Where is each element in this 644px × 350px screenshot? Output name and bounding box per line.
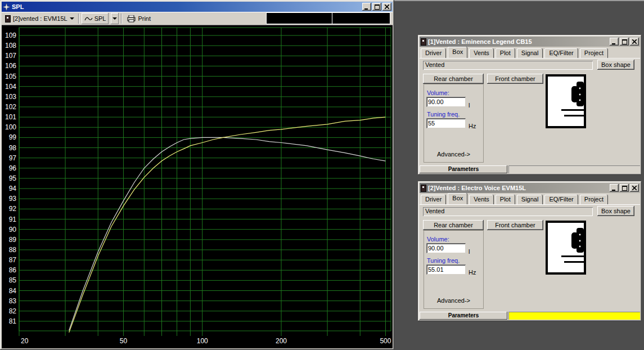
driver-icon [421, 185, 426, 192]
tab-plot[interactable]: Plot [496, 195, 515, 204]
svg-text:100: 100 [197, 337, 208, 345]
tab-eq-filter[interactable]: EQ/Filter [544, 195, 578, 204]
volume-input[interactable] [426, 243, 466, 253]
minimize-button[interactable] [610, 38, 619, 46]
parameters-button[interactable]: Parameters [420, 165, 507, 173]
tab-project[interactable]: Project [580, 48, 608, 58]
rear-chamber-button[interactable]: Rear chamber [423, 220, 484, 230]
driver2-box-tab-content: Vented Box shape Rear chamber Front cham… [420, 204, 640, 312]
driver1-status-row: Parameters [420, 165, 640, 173]
svg-text:83: 83 [9, 297, 17, 305]
spl-title-bar[interactable]: SPL [2, 2, 393, 12]
svg-text:92: 92 [9, 205, 17, 213]
tuning-freq-unit: Hz [469, 269, 476, 276]
vent-port-lines [561, 255, 584, 257]
tab-driver[interactable]: Driver [421, 48, 446, 58]
tab-project[interactable]: Project [580, 195, 608, 204]
minimize-button[interactable] [362, 3, 371, 11]
status-bar-progress [508, 312, 640, 320]
svg-text:95: 95 [9, 174, 17, 182]
svg-text:106: 106 [5, 62, 16, 70]
status-bar [508, 165, 640, 173]
volume-input[interactable] [426, 97, 466, 107]
close-button[interactable] [382, 3, 391, 11]
svg-text:84: 84 [9, 287, 17, 295]
maximize-icon [622, 186, 627, 191]
svg-text:500: 500 [380, 337, 391, 345]
close-button[interactable] [630, 184, 639, 192]
driver2-tab-strip: Driver Box Vents Plot Signal EQ/Filter P… [420, 193, 640, 204]
tuning-freq-label: Tuning freq. [427, 257, 460, 264]
chevron-down-icon [70, 17, 74, 20]
tab-vents[interactable]: Vents [469, 48, 494, 58]
curve-readout-box-2 [332, 12, 390, 24]
svg-text:100: 100 [5, 123, 16, 131]
svg-text:81: 81 [9, 317, 17, 325]
plot-window-icon [3, 3, 10, 11]
vent-port-lines [561, 109, 584, 111]
svg-text:109: 109 [5, 32, 16, 39]
driver2-window-title: [2]Vented : Electro Voice EVM15L [428, 185, 608, 191]
maximize-button[interactable] [620, 38, 629, 46]
svg-text:102: 102 [5, 103, 16, 111]
svg-text:89: 89 [9, 236, 17, 244]
tab-eq-filter[interactable]: EQ/Filter [544, 48, 578, 58]
tab-signal[interactable]: Signal [517, 195, 543, 204]
tuning-freq-input[interactable] [426, 264, 466, 275]
maximize-button[interactable] [372, 3, 381, 11]
sine-wave-icon [84, 16, 93, 22]
volume-label: Volume: [427, 89, 449, 96]
advanced-button[interactable]: Advanced-> [424, 151, 483, 158]
close-button[interactable] [630, 38, 639, 46]
svg-text:20: 20 [21, 337, 29, 345]
driver-selector-dropdown[interactable]: [2]vented : EVM15L [3, 13, 76, 24]
driver1-title-bar[interactable]: [1]Vented : Eminence Legend CB15 [420, 37, 640, 47]
driver1-box-tab-content: Vented Box shape Rear chamber Front cham… [420, 58, 640, 165]
tab-signal[interactable]: Signal [517, 48, 543, 58]
maximize-button[interactable] [620, 184, 629, 192]
curve-readout-panel [266, 12, 390, 24]
driver-icon [5, 15, 11, 23]
volume-label: Volume: [427, 236, 449, 243]
toolbar-separator [78, 14, 79, 24]
box-shape-button[interactable]: Box shape [597, 60, 634, 70]
svg-text:93: 93 [9, 195, 17, 203]
tab-driver[interactable]: Driver [421, 195, 446, 204]
print-button[interactable]: Print [124, 13, 154, 24]
box-shape-button[interactable]: Box shape [597, 206, 634, 216]
front-chamber-button[interactable]: Front chamber [487, 74, 543, 84]
close-icon [632, 186, 637, 190]
spl-window-title: SPL [12, 3, 361, 10]
svg-text:86: 86 [9, 266, 17, 274]
curve-readout-box-1 [266, 12, 332, 24]
svg-text:87: 87 [9, 256, 17, 264]
tab-vents[interactable]: Vents [469, 195, 494, 204]
front-chamber-button[interactable]: Front chamber [487, 220, 543, 230]
tuning-freq-input[interactable] [426, 118, 466, 128]
rear-chamber-button[interactable]: Rear chamber [423, 74, 484, 84]
minimize-icon [612, 186, 616, 191]
svg-text:108: 108 [5, 42, 16, 50]
tab-box[interactable]: Box [448, 47, 467, 58]
box-type-field[interactable]: Vented [423, 61, 593, 70]
svg-text:88: 88 [9, 246, 17, 254]
svg-text:99: 99 [9, 133, 17, 141]
volume-unit: l [469, 102, 470, 109]
svg-text:103: 103 [5, 93, 16, 101]
parameters-button[interactable]: Parameters [420, 312, 507, 320]
svg-text:98: 98 [9, 144, 17, 152]
plot-type-button[interactable]: SPL [82, 13, 109, 24]
plot-type-dropdown-button[interactable] [111, 13, 119, 24]
driver2-title-bar[interactable]: [2]Vented : Electro Voice EVM15L [420, 183, 640, 193]
tab-plot[interactable]: Plot [496, 48, 515, 58]
box-type-field[interactable]: Vented [423, 207, 593, 216]
box-shape-diagram [546, 221, 586, 275]
tab-box[interactable]: Box [448, 193, 467, 204]
minimize-button[interactable] [610, 184, 619, 192]
advanced-button[interactable]: Advanced-> [424, 297, 483, 304]
spl-plot-area[interactable]: 8182838485868788899091929394959697989910… [2, 25, 393, 348]
svg-text:105: 105 [5, 73, 16, 80]
driver-selector-label: [2]vented : EVM15L [13, 15, 67, 22]
svg-text:107: 107 [5, 52, 16, 60]
spl-toolbar: [2]vented : EVM15L SPL Print [2, 12, 393, 25]
